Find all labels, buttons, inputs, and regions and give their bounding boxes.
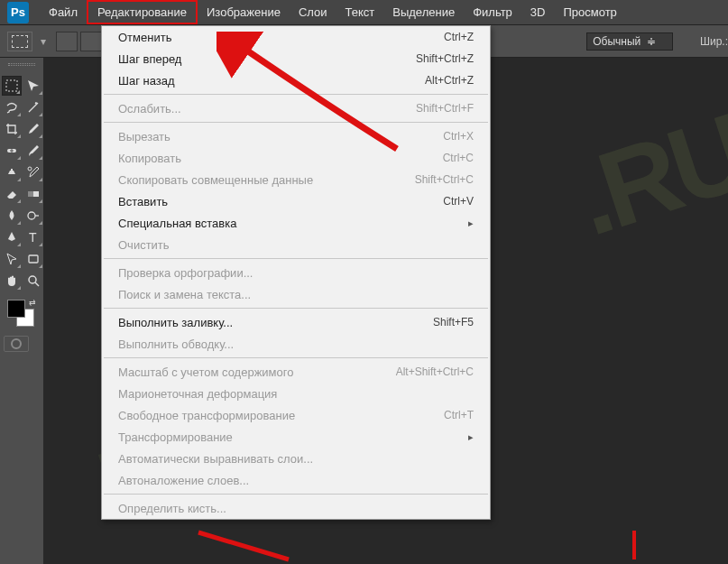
hand-tool[interactable] [2,271,22,291]
menu-item-0[interactable]: ОтменитьCtrl+Z [102,26,490,48]
svg-text:T: T [29,230,37,245]
menu-item-19: Масштаб с учетом содержимогоAlt+Shift+Ct… [102,361,490,383]
menubar: Ps Файл Редактирование Изображение Слои … [0,0,728,25]
menu-item-shortcut: Alt+Shift+Ctrl+C [396,365,474,378]
menu-item-label: Специальная вставка [118,217,461,230]
menu-item-label: Вставить [118,195,443,208]
marquee-tool[interactable] [2,76,22,96]
color-swatches[interactable]: ⇄ [7,300,34,327]
menu-item-label: Проверка орфографии... [118,266,474,280]
menu-item-shortcut: Alt+Ctrl+Z [425,74,474,87]
shape-tool[interactable] [23,249,43,269]
menu-item-10[interactable]: Специальная вставка▸ [102,212,490,234]
menu-item-label: Трансформирование [118,430,461,444]
panel-grip-icon[interactable] [0,63,43,72]
menu-item-label: Автоматически выравнивать слои... [118,452,474,466]
healing-brush-tool[interactable] [2,141,22,161]
svg-point-5 [28,212,35,219]
menu-layers[interactable]: Слои [290,2,336,23]
lasso-tool[interactable] [2,97,22,117]
selection-new-button[interactable] [56,32,78,51]
eyedropper-tool[interactable] [23,119,43,139]
menu-item-17: Выполнить обводку... [102,333,490,355]
menu-3d[interactable]: 3D [521,2,555,23]
menu-item-label: Автоналожение слоев... [118,474,474,487]
menu-item-20: Марионеточная деформация [102,383,490,404]
menu-item-shortcut: Shift+Ctrl+F [416,102,474,115]
crop-tool[interactable] [2,119,22,139]
path-selection-tool[interactable] [2,249,22,269]
tool-preset-chevron-icon[interactable]: ▾ [38,35,49,48]
svg-rect-4 [28,191,33,197]
menu-item-1[interactable]: Шаг впередShift+Ctrl+Z [102,48,490,69]
menu-item-13: Проверка орфографии... [102,262,490,283]
menu-item-label: Определить кисть... [118,502,474,515]
menu-item-9[interactable]: ВставитьCtrl+V [102,190,490,212]
menu-item-2[interactable]: Шаг назадAlt+Ctrl+Z [102,69,490,91]
swap-colors-icon[interactable]: ⇄ [29,298,36,307]
brush-tool[interactable] [23,141,43,161]
menu-item-label: Свободное трансформирование [118,409,444,422]
menu-item-label: Шаг вперед [118,52,416,66]
clone-stamp-tool[interactable] [2,162,22,182]
width-label: Шир.: [700,35,728,48]
blur-tool[interactable] [2,206,22,226]
menu-item-21: Свободное трансформированиеCtrl+T [102,404,490,426]
menu-item-label: Скопировать совмещенные данные [118,173,415,187]
tools-panel: T ⇄ [0,58,43,564]
menu-item-8: Скопировать совмещенные данныеShift+Ctrl… [102,169,490,190]
menu-item-6: ВырезатьCtrl+X [102,125,490,147]
menu-item-16[interactable]: Выполнить заливку...Shift+F5 [102,311,490,333]
menu-view[interactable]: Просмотр [554,2,625,23]
menu-item-23: Автоматически выравнивать слои... [102,448,490,469]
edit-menu-dropdown: ОтменитьCtrl+ZШаг впередShift+Ctrl+ZШаг … [101,25,491,520]
menu-item-label: Очистить [118,238,474,252]
menu-image[interactable]: Изображение [198,2,290,23]
menu-file[interactable]: Файл [40,2,87,23]
menu-edit[interactable]: Редактирование [87,0,198,24]
submenu-arrow-icon: ▸ [468,217,474,229]
pen-tool[interactable] [2,227,22,247]
menu-item-label: Масштаб с учетом содержимого [118,365,396,379]
menu-item-shortcut: Ctrl+C [443,152,474,164]
zoom-tool[interactable] [23,271,43,291]
menu-separator [104,258,488,259]
type-tool[interactable]: T [23,227,43,247]
menu-separator [104,494,488,495]
blend-mode-select[interactable]: Обычный ≑ [586,32,673,51]
selection-add-button[interactable] [80,32,102,51]
dodge-tool[interactable] [23,206,43,226]
svg-point-2 [28,167,32,171]
menu-item-label: Марионеточная деформация [118,387,474,401]
magic-wand-tool[interactable] [23,97,43,117]
menu-item-shortcut: Ctrl+T [444,409,474,421]
svg-point-8 [29,276,36,283]
annotation-arrow-2-icon [189,528,298,564]
menu-item-shortcut: Ctrl+V [443,195,474,208]
menu-select[interactable]: Выделение [383,2,464,23]
annotation-mark [632,531,636,559]
tool-preset[interactable] [7,32,32,51]
foreground-color-swatch[interactable] [7,300,25,318]
quick-mask-button[interactable] [4,336,29,352]
eraser-tool[interactable] [2,184,22,204]
menu-separator [104,308,488,309]
menu-item-26: Определить кисть... [102,497,490,519]
menu-item-label: Выполнить заливку... [118,316,433,329]
menu-filter[interactable]: Фильтр [464,2,521,23]
menu-item-label: Поиск и замена текста... [118,288,474,301]
menu-item-label: Выполнить обводку... [118,337,474,351]
app-logo: Ps [7,2,29,23]
history-brush-tool[interactable] [23,162,43,182]
menu-item-label: Вырезать [118,130,443,143]
move-tool[interactable] [23,76,43,96]
menu-item-7: КопироватьCtrl+C [102,147,490,169]
svg-rect-7 [29,255,38,263]
gradient-tool[interactable] [23,184,43,204]
menu-separator [104,94,488,95]
menu-item-shortcut: Shift+Ctrl+Z [416,52,474,65]
menu-item-shortcut: Ctrl+X [443,130,474,143]
menu-item-24: Автоналожение слоев... [102,469,490,491]
menu-item-label: Отменить [118,31,444,44]
menu-text[interactable]: Текст [336,2,384,23]
